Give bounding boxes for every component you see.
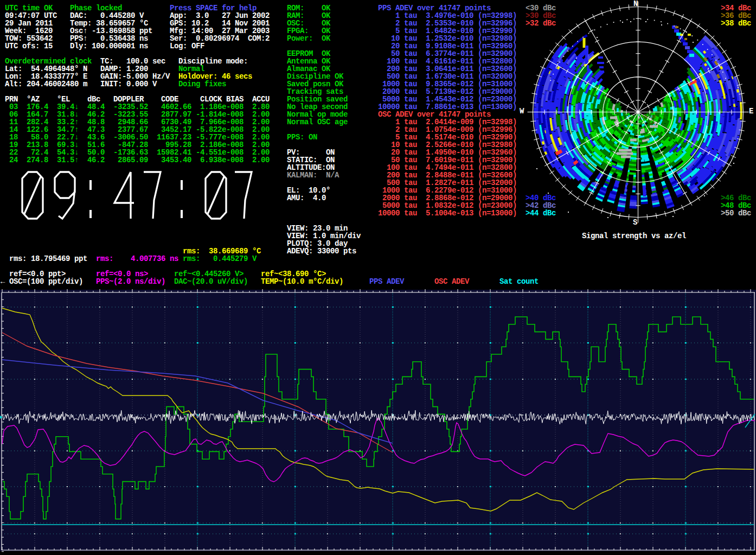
svg-text:22: 22	[649, 120, 655, 125]
svg-text:19 06: 19 06	[642, 114, 656, 120]
